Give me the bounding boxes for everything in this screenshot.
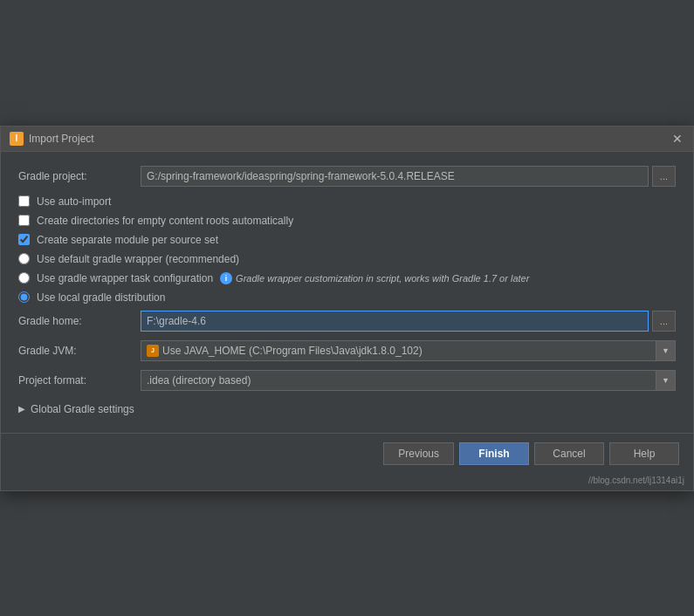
global-gradle-settings-label: Global Gradle settings <box>31 403 134 415</box>
jvm-icon: J <box>147 345 159 357</box>
gradle-home-input[interactable] <box>141 311 649 332</box>
create-directories-row: Create directories for empty content roo… <box>18 215 676 227</box>
use-wrapper-task-row: Use gradle wrapper task configuration i … <box>18 272 676 284</box>
gradle-home-browse-button[interactable]: ... <box>652 311 676 332</box>
create-directories-label: Create directories for empty content roo… <box>37 215 293 227</box>
watermark: //blog.csdn.net/lj1314ai1j <box>1 474 693 490</box>
cancel-button[interactable]: Cancel <box>534 442 604 465</box>
help-button[interactable]: Help <box>609 442 679 465</box>
dialog-title: Import Project <box>29 133 94 145</box>
use-default-wrapper-radio[interactable] <box>18 253 30 264</box>
info-text: Gradle wrapper customization in script, … <box>236 273 529 284</box>
app-icon: I <box>10 132 24 146</box>
project-format-dropdown-arrow: ▼ <box>656 371 675 390</box>
gradle-jvm-label: Gradle JVM: <box>18 345 141 357</box>
create-separate-module-checkbox[interactable] <box>18 234 30 245</box>
gradle-jvm-dropdown-arrow: ▼ <box>656 341 675 360</box>
gradle-project-field: ... <box>141 166 676 187</box>
dialog-footer: Previous Finish Cancel Help <box>1 433 693 474</box>
gradle-jvm-row: Gradle JVM: J Use JAVA_HOME (C:\Program … <box>18 340 676 361</box>
finish-button[interactable]: Finish <box>459 442 529 465</box>
create-directories-checkbox[interactable] <box>18 215 30 226</box>
close-button[interactable]: ✕ <box>670 132 684 146</box>
create-separate-module-row: Create separate module per source set <box>18 234 676 246</box>
use-wrapper-task-label: Use gradle wrapper task configuration <box>37 272 213 284</box>
use-default-wrapper-row: Use default gradle wrapper (recommended) <box>18 253 676 265</box>
use-auto-import-label: Use auto-import <box>37 195 111 208</box>
previous-button[interactable]: Previous <box>383 442 454 465</box>
use-default-wrapper-label: Use default gradle wrapper (recommended) <box>37 253 239 265</box>
gradle-home-label: Gradle home: <box>18 315 141 327</box>
global-gradle-settings-row[interactable]: ▶ Global Gradle settings <box>18 400 676 419</box>
project-format-field: .idea (directory based) ▼ <box>141 370 676 391</box>
gradle-jvm-dropdown[interactable]: J Use JAVA_HOME (C:\Program Files\Java\j… <box>141 340 676 361</box>
use-local-gradle-label: Use local gradle distribution <box>37 291 165 304</box>
info-icon: i <box>220 272 232 284</box>
gradle-jvm-field: J Use JAVA_HOME (C:\Program Files\Java\j… <box>141 340 676 361</box>
collapsible-arrow-icon: ▶ <box>18 404 25 414</box>
use-auto-import-checkbox[interactable] <box>18 195 30 207</box>
title-bar-left: I Import Project <box>10 132 94 146</box>
use-auto-import-row: Use auto-import <box>18 195 676 208</box>
gradle-project-label: Gradle project: <box>18 170 141 182</box>
create-separate-module-label: Create separate module per source set <box>37 234 218 246</box>
use-local-gradle-radio[interactable] <box>18 291 30 303</box>
gradle-home-field: ... <box>141 311 676 332</box>
import-dialog: I Import Project ✕ Gradle project: ... U… <box>0 126 694 491</box>
gradle-home-row: Gradle home: ... <box>18 311 676 332</box>
gradle-project-input[interactable] <box>141 166 649 187</box>
project-format-value: .idea (directory based) <box>147 374 654 387</box>
gradle-project-row: Gradle project: ... <box>18 166 676 187</box>
title-bar: I Import Project ✕ <box>1 127 693 152</box>
use-local-gradle-row: Use local gradle distribution <box>18 291 676 304</box>
dialog-content: Gradle project: ... Use auto-import Crea… <box>1 152 693 433</box>
gradle-jvm-value: Use JAVA_HOME (C:\Program Files\Java\jdk… <box>162 345 654 357</box>
project-format-row: Project format: .idea (directory based) … <box>18 370 676 391</box>
project-format-dropdown[interactable]: .idea (directory based) ▼ <box>141 370 676 391</box>
use-wrapper-task-radio[interactable] <box>18 272 30 284</box>
gradle-project-browse-button[interactable]: ... <box>652 166 676 187</box>
project-format-label: Project format: <box>18 374 141 387</box>
